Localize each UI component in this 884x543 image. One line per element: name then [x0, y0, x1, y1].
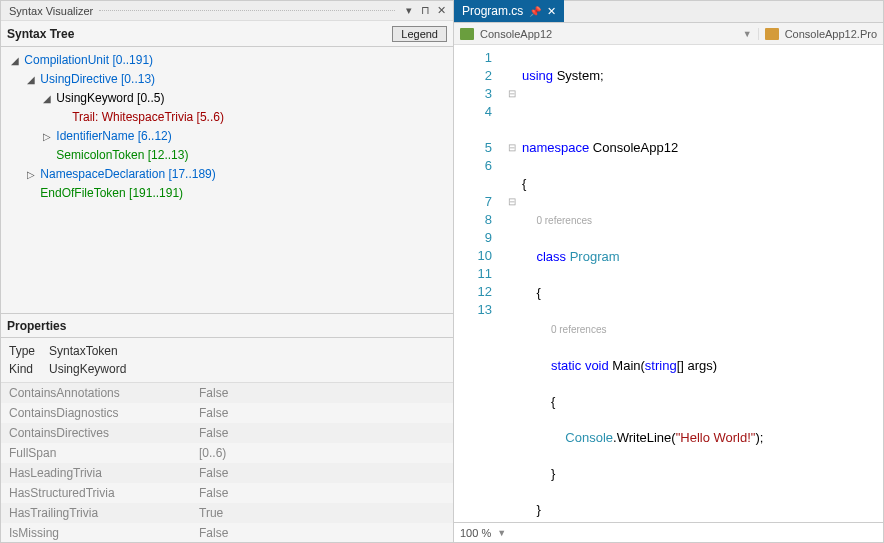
properties-label: Properties — [7, 319, 66, 333]
expander-icon[interactable]: ◢ — [41, 90, 53, 108]
property-row[interactable]: HasLeadingTriviaFalse — [1, 463, 453, 483]
kind-label: Kind — [9, 360, 49, 378]
tab-program-cs[interactable]: Program.cs 📌 ✕ — [454, 0, 564, 22]
close-icon[interactable]: ✕ — [433, 3, 449, 19]
fold-gutter[interactable]: ⊟ ⊟ ⊟ — [502, 45, 522, 522]
code-area[interactable]: using System; namespace ConsoleApp12 { 0… — [522, 45, 883, 522]
titlebar-grip[interactable] — [99, 10, 395, 11]
editor-panel: Program.cs 📌 ✕ ConsoleApp12 ▼ ConsoleApp… — [454, 0, 884, 543]
property-row[interactable]: ContainsDirectivesFalse — [1, 423, 453, 443]
app-root: Syntax Visualizer ▾ ⊓ ✕ Syntax Tree Lege… — [0, 0, 884, 543]
type-label: Type — [9, 342, 49, 360]
property-row[interactable]: HasStructuredTriviaFalse — [1, 483, 453, 503]
panel-title: Syntax Visualizer — [9, 5, 93, 17]
properties-header: Properties — [1, 314, 453, 338]
syntax-tree[interactable]: ◢ CompilationUnit [0..191) ◢ UsingDirect… — [1, 47, 453, 314]
tree-node[interactable]: UsingDirective [0..13) — [40, 72, 155, 86]
property-row[interactable]: FullSpan[0..6) — [1, 443, 453, 463]
chevron-down-icon[interactable]: ▼ — [497, 528, 506, 538]
expander-icon[interactable]: ◢ — [9, 52, 21, 70]
close-icon[interactable]: ✕ — [547, 5, 556, 18]
property-row[interactable]: ContainsDiagnosticsFalse — [1, 403, 453, 423]
tree-header-label: Syntax Tree — [7, 27, 74, 41]
project-name: ConsoleApp12 — [480, 28, 552, 40]
expander-icon[interactable]: ▷ — [25, 166, 37, 184]
tree-node[interactable]: Trail: WhitespaceTrivia [5..6) — [72, 110, 224, 124]
tree-node-selected[interactable]: UsingKeyword [0..5) — [56, 91, 164, 105]
properties-grid[interactable]: ContainsAnnotationsFalse ContainsDiagnos… — [1, 382, 453, 542]
tree-node[interactable]: IdentifierName [6..12) — [56, 129, 171, 143]
member-name: ConsoleApp12.Pro — [785, 28, 877, 40]
dropdown-icon[interactable]: ▾ — [401, 3, 417, 19]
property-row[interactable]: HasTrailingTriviaTrue — [1, 503, 453, 523]
member-combo[interactable]: ConsoleApp12.Pro — [759, 28, 883, 40]
zoom-bar: 100 % ▼ — [454, 522, 883, 542]
tab-label: Program.cs — [462, 4, 523, 18]
namespace-icon — [765, 28, 779, 40]
tree-node[interactable]: CompilationUnit [0..191) — [24, 53, 153, 67]
type-value: SyntaxToken — [49, 342, 118, 360]
tree-node[interactable]: EndOfFileToken [191..191) — [40, 186, 183, 200]
properties-summary: Type SyntaxToken Kind UsingKeyword — [1, 338, 453, 382]
expander-icon[interactable]: ▷ — [41, 128, 53, 146]
syntax-visualizer-panel: Syntax Visualizer ▾ ⊓ ✕ Syntax Tree Lege… — [0, 0, 454, 543]
tree-node[interactable]: NamespaceDeclaration [17..189) — [40, 167, 215, 181]
editor-nav-bar: ConsoleApp12 ▼ ConsoleApp12.Pro — [454, 23, 883, 45]
legend-button[interactable]: Legend — [392, 26, 447, 42]
tab-strip: Program.cs 📌 ✕ — [454, 1, 883, 23]
expander-icon[interactable]: ◢ — [25, 71, 37, 89]
codelens-references[interactable]: 0 references — [551, 324, 607, 335]
code-editor[interactable]: 123 4 56 789 10111213 ⊟ ⊟ ⊟ using System… — [454, 45, 883, 522]
pin-icon[interactable]: ⊓ — [417, 3, 433, 19]
panel-titlebar: Syntax Visualizer ▾ ⊓ ✕ — [1, 1, 453, 21]
tree-node[interactable]: SemicolonToken [12..13) — [56, 148, 188, 162]
kind-value: UsingKeyword — [49, 360, 126, 378]
zoom-value: 100 % — [460, 527, 491, 539]
chevron-down-icon: ▼ — [743, 29, 752, 39]
property-row[interactable]: ContainsAnnotationsFalse — [1, 383, 453, 403]
tree-header: Syntax Tree Legend — [1, 21, 453, 47]
codelens-references[interactable]: 0 references — [536, 215, 592, 226]
property-row[interactable]: IsMissingFalse — [1, 523, 453, 542]
line-number-gutter: 123 4 56 789 10111213 — [454, 45, 502, 522]
pin-icon[interactable]: 📌 — [529, 6, 541, 17]
csharp-project-icon — [460, 28, 474, 40]
project-combo[interactable]: ConsoleApp12 ▼ — [454, 28, 759, 40]
